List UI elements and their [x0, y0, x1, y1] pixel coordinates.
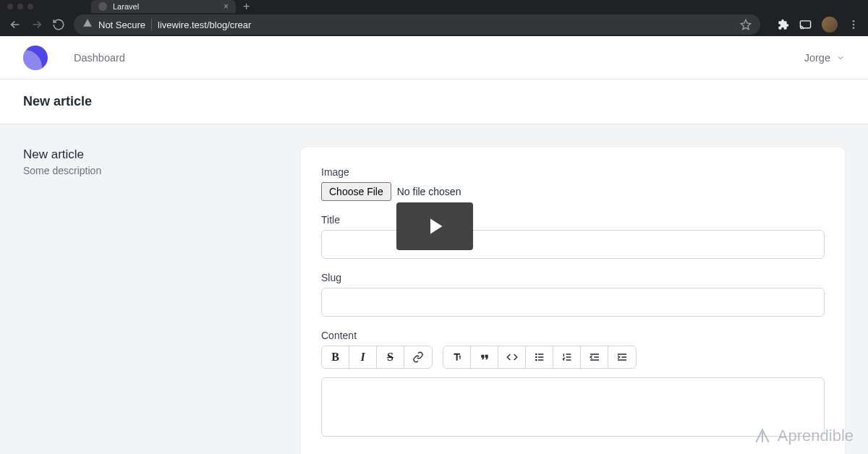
- choose-file-button[interactable]: Choose File: [321, 182, 391, 201]
- tab-bar: Laravel × +: [0, 0, 868, 13]
- brand-watermark: Aprendible: [753, 427, 854, 445]
- numbered-list-button[interactable]: [553, 346, 581, 368]
- italic-button[interactable]: I: [349, 346, 377, 368]
- address-bar[interactable]: Not Secure livewire.test/blog/crear: [74, 14, 760, 35]
- svg-point-1: [853, 20, 855, 22]
- slug-label: Slug: [321, 272, 825, 283]
- indent-button[interactable]: [608, 346, 636, 368]
- bold-button[interactable]: B: [322, 346, 349, 368]
- image-label: Image: [321, 166, 825, 178]
- svg-point-7: [535, 354, 536, 354]
- field-content: Content B I S: [321, 330, 825, 437]
- main-content: New article Some description Image Choos…: [0, 124, 868, 454]
- field-slug: Slug: [321, 272, 825, 317]
- warning-icon: [82, 18, 93, 31]
- browser-tab[interactable]: Laravel ×: [91, 0, 236, 13]
- app-nav: Dashboard Jorge: [0, 36, 868, 80]
- cast-icon[interactable]: [799, 19, 812, 31]
- laravel-favicon-icon: [98, 2, 107, 11]
- menu-icon[interactable]: [848, 19, 859, 30]
- nav-dashboard[interactable]: Dashboard: [74, 52, 125, 64]
- page-header: New article: [0, 80, 868, 124]
- svg-point-8: [535, 356, 536, 357]
- forward-button[interactable]: [30, 18, 43, 31]
- section-description: New article Some description: [23, 147, 278, 454]
- window-controls: [7, 4, 33, 9]
- window-close[interactable]: [7, 4, 13, 9]
- content-label: Content: [321, 330, 825, 341]
- content-editor[interactable]: [321, 377, 825, 437]
- svg-point-3: [853, 27, 855, 29]
- url-text: livewire.test/blog/crear: [158, 20, 734, 30]
- aprendible-logo-icon: [753, 427, 772, 445]
- url-bar-row: Not Secure livewire.test/blog/crear: [0, 13, 868, 36]
- outdent-button[interactable]: [581, 346, 608, 368]
- profile-avatar[interactable]: [822, 17, 838, 33]
- svg-point-2: [853, 24, 855, 26]
- back-button[interactable]: [9, 18, 22, 31]
- watermark-text: Aprendible: [778, 427, 854, 445]
- close-tab-icon[interactable]: ×: [224, 1, 229, 12]
- browser-chrome: Laravel × + Not Secure livewire.test/blo…: [0, 0, 868, 36]
- user-name: Jorge: [804, 52, 830, 64]
- svg-point-9: [535, 359, 536, 360]
- chrome-right-icons: [778, 17, 859, 33]
- bullet-list-button[interactable]: [526, 346, 553, 368]
- field-image: Image Choose File No file chosen: [321, 166, 825, 201]
- link-button[interactable]: [404, 346, 432, 368]
- window-minimize[interactable]: [17, 4, 23, 9]
- star-icon[interactable]: [740, 19, 752, 30]
- section-subtitle: Some description: [23, 165, 278, 176]
- new-tab-button[interactable]: +: [236, 0, 257, 13]
- section-title: New article: [23, 147, 278, 162]
- extensions-icon[interactable]: [778, 19, 789, 30]
- app-logo[interactable]: [23, 46, 48, 70]
- editor-toolbar: B I S: [321, 346, 825, 369]
- form-card: Image Choose File No file chosen Title S…: [301, 147, 845, 454]
- user-menu[interactable]: Jorge: [804, 52, 845, 64]
- file-status-text: No file chosen: [397, 186, 461, 197]
- divider: [151, 19, 152, 30]
- heading-button[interactable]: [443, 346, 471, 368]
- slug-input[interactable]: [321, 288, 825, 317]
- toolbar-group-block: [443, 346, 637, 369]
- code-button[interactable]: [498, 346, 526, 368]
- strike-button[interactable]: S: [377, 346, 404, 368]
- quote-button[interactable]: [471, 346, 498, 368]
- toolbar-group-format: B I S: [321, 346, 433, 369]
- page-title: New article: [23, 94, 845, 109]
- video-play-button[interactable]: [396, 202, 473, 250]
- security-status: Not Secure: [98, 20, 145, 30]
- window-maximize[interactable]: [27, 4, 33, 9]
- svg-rect-0: [800, 20, 810, 27]
- reload-button[interactable]: [52, 18, 65, 31]
- tab-title: Laravel: [113, 2, 218, 11]
- chevron-down-icon: [836, 53, 845, 62]
